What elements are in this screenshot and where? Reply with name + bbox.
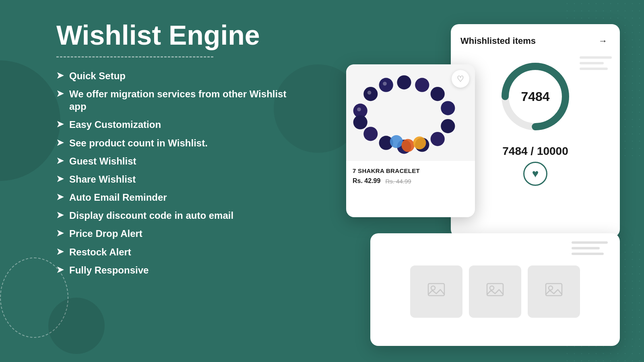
feature-arrow-icon: ➤: [56, 70, 64, 81]
product-card: ♡ 7 SHAKRA BRACELET Rs. 42.99 Rs. 44.99: [346, 64, 475, 217]
feature-item-discount-code: ➤Display discount code in auto email: [56, 209, 306, 222]
feature-text-share-wishlist: Share Wishlist: [69, 173, 136, 185]
feature-list: ➤Quick Setup➤We offer migration services…: [56, 70, 306, 276]
wishlist-fraction: 7484 / 10000: [460, 145, 610, 158]
product-prices: Rs. 42.99 Rs. 44.99: [353, 177, 469, 185]
svg-point-18: [402, 139, 415, 152]
svg-point-28: [549, 286, 553, 290]
heart-circle-button[interactable]: ♥: [523, 162, 547, 186]
svg-point-19: [413, 136, 426, 149]
svg-point-8: [431, 87, 445, 101]
svg-point-21: [367, 91, 372, 95]
feature-arrow-icon: ➤: [56, 192, 64, 202]
feature-arrow-icon: ➤: [56, 210, 64, 220]
product-heart-icon: ♡: [457, 74, 464, 84]
feature-item-product-count: ➤See product count in Wishlist.: [56, 137, 306, 149]
bottom-line-1: [572, 241, 608, 244]
feature-text-customization: Easy Customization: [69, 118, 161, 131]
feature-item-restock: ➤Restock Alert: [56, 246, 306, 258]
feature-text-responsive: Fully Responsive: [69, 264, 149, 276]
heart-icon: ♥: [532, 167, 539, 180]
card-line-1: [580, 56, 612, 59]
svg-point-9: [441, 101, 455, 115]
placeholder-image-3: [528, 265, 580, 318]
bg-circle-bottom-left: [48, 298, 105, 354]
product-price-original: Rs. 44.99: [385, 178, 411, 185]
feature-arrow-icon: ➤: [56, 228, 64, 239]
feature-item-quick-setup: ➤Quick Setup: [56, 70, 306, 82]
svg-point-15: [363, 127, 378, 141]
arrow-right-icon[interactable]: →: [596, 34, 610, 48]
product-wishlist-button[interactable]: ♡: [452, 70, 469, 88]
svg-point-10: [441, 119, 455, 133]
feature-arrow-icon: ➤: [56, 119, 64, 130]
product-info: 7 SHAKRA BRACELET Rs. 42.99 Rs. 44.99: [346, 161, 475, 191]
svg-point-24: [431, 286, 435, 290]
left-panel: Wishlist Engine ➤Quick Setup➤We offer mi…: [56, 20, 306, 276]
feature-text-auto-email: Auto Email Reminder: [69, 191, 167, 204]
placeholder-image-2: [469, 265, 521, 318]
product-name: 7 SHAKRA BRACELET: [353, 167, 469, 174]
svg-point-22: [383, 82, 387, 86]
wishlist-card-header: Whishlisted items →: [460, 34, 610, 48]
feature-arrow-icon: ➤: [56, 265, 64, 275]
feature-text-price-drop: Price Drop Alert: [69, 227, 142, 240]
feature-arrow-icon: ➤: [56, 88, 64, 99]
svg-point-11: [431, 132, 445, 146]
page-title: Wishlist Engine: [56, 20, 306, 50]
wishlist-card-title: Whishlisted items: [460, 36, 536, 46]
svg-point-16: [353, 115, 367, 129]
bg-circle-left: [0, 60, 60, 181]
feature-item-auto-email: ➤Auto Email Reminder: [56, 191, 306, 204]
svg-point-20: [357, 107, 361, 111]
bottom-line-3: [572, 253, 604, 255]
donut-number: 7484: [521, 89, 549, 104]
wishlist-card: Whishlisted items → 7484 7484 / 10000: [451, 24, 620, 237]
svg-point-26: [490, 286, 494, 290]
title-underline: [56, 55, 213, 58]
svg-point-7: [415, 78, 429, 92]
card-line-3: [580, 68, 608, 70]
feature-arrow-icon: ➤: [56, 174, 64, 184]
bottom-card-lines: [572, 241, 608, 255]
feature-item-guest-wishlist: ➤Guest Wishlist: [56, 155, 306, 167]
feature-item-migration: ➤We offer migration services from other …: [56, 88, 306, 113]
feature-item-responsive: ➤Fully Responsive: [56, 264, 306, 276]
feature-text-guest-wishlist: Guest Wishlist: [69, 155, 136, 167]
card-line-2: [580, 62, 604, 64]
feature-item-price-drop: ➤Price Drop Alert: [56, 227, 306, 240]
product-image-area: ♡: [346, 64, 475, 161]
placeholder-image-1: [410, 265, 462, 318]
donut-wrap: 7484: [495, 56, 576, 137]
bottom-card-images: [378, 265, 612, 318]
feature-arrow-icon: ➤: [56, 156, 64, 166]
right-panel: Whishlisted items → 7484 7484 / 10000: [346, 24, 620, 346]
feature-item-customization: ➤Easy Customization: [56, 118, 306, 131]
feature-item-share-wishlist: ➤Share Wishlist: [56, 173, 306, 185]
svg-point-17: [390, 135, 403, 148]
bottom-line-2: [572, 247, 600, 249]
feature-arrow-icon: ➤: [56, 138, 64, 148]
svg-point-6: [397, 75, 411, 89]
feature-text-product-count: See product count in Wishlist.: [69, 137, 208, 149]
feature-text-discount-code: Display discount code in auto email: [69, 209, 233, 222]
feature-arrow-icon: ➤: [56, 247, 64, 257]
bottom-card: [370, 233, 620, 346]
feature-text-migration: We offer migration services from other W…: [69, 88, 306, 113]
card-lines: [580, 56, 612, 70]
product-price-current: Rs. 42.99: [353, 177, 380, 185]
feature-text-quick-setup: Quick Setup: [69, 70, 126, 82]
feature-text-restock: Restock Alert: [69, 246, 131, 258]
